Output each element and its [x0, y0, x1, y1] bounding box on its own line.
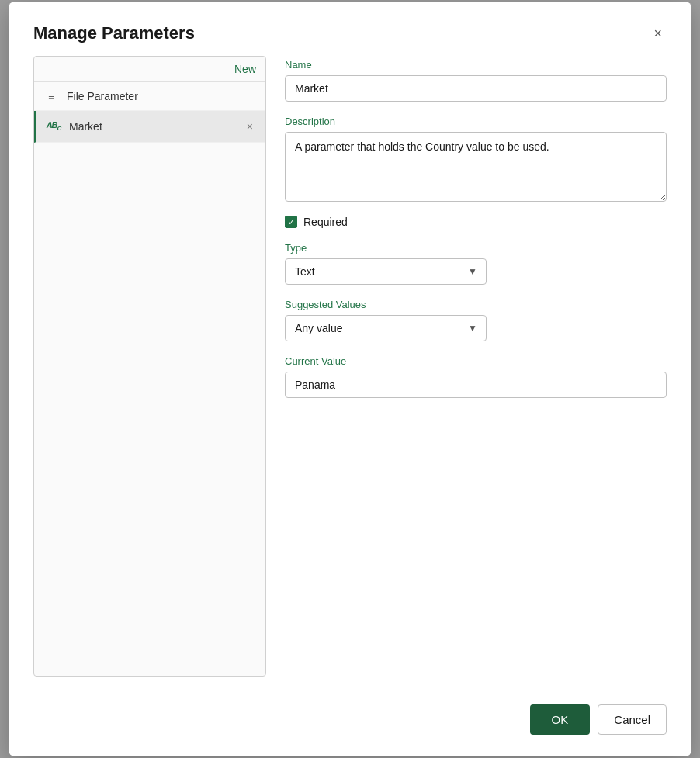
parameter-name: File Parameter — [67, 90, 256, 102]
abc-icon: ABC — [46, 120, 61, 132]
new-parameter-button[interactable]: New — [234, 63, 256, 75]
required-checkbox[interactable]: ✓ — [285, 216, 297, 228]
required-checkbox-group[interactable]: ✓ Required — [285, 216, 667, 228]
type-field-group: Type Text Number Date Boolean ▼ — [285, 242, 667, 285]
description-textarea[interactable] — [285, 132, 667, 202]
name-label: Name — [285, 59, 667, 71]
manage-parameters-dialog: Manage Parameters × New ≡ File Parameter… — [9, 2, 691, 756]
close-button[interactable]: × — [649, 23, 667, 43]
type-select[interactable]: Text Number Date Boolean — [285, 258, 487, 285]
current-value-label: Current Value — [285, 355, 667, 367]
checkmark-icon: ✓ — [288, 218, 295, 227]
dialog-body: New ≡ File Parameter ABC Market × — [9, 56, 691, 692]
remove-parameter-button[interactable]: × — [244, 119, 256, 134]
suggested-values-field-group: Suggested Values Any value List of value… — [285, 299, 667, 341]
file-icon: ≡ — [43, 91, 59, 102]
ok-button[interactable]: OK — [530, 704, 591, 735]
parameter-detail-panel: Name Description ✓ Required Ty — [285, 56, 667, 677]
cancel-button[interactable]: Cancel — [598, 704, 667, 735]
suggested-values-label: Suggested Values — [285, 299, 667, 310]
required-label: Required — [303, 216, 348, 228]
current-value-field-group: Current Value — [285, 355, 667, 398]
dialog-footer: OK Cancel — [9, 692, 691, 756]
description-field-group: Description — [285, 116, 667, 202]
dialog-header: Manage Parameters × — [9, 2, 691, 56]
type-label: Type — [285, 242, 667, 254]
description-label: Description — [285, 116, 667, 127]
parameter-list: ≡ File Parameter ABC Market × — [34, 81, 265, 143]
name-field-group: Name — [285, 59, 667, 102]
parameter-list-panel: New ≡ File Parameter ABC Market × — [33, 56, 266, 677]
dialog-title: Manage Parameters — [33, 23, 195, 43]
parameter-name: Market — [69, 120, 236, 133]
type-select-wrapper: Text Number Date Boolean ▼ — [285, 258, 487, 285]
name-input[interactable] — [285, 75, 667, 102]
left-panel-header: New — [34, 57, 265, 81]
suggested-values-select[interactable]: Any value List of values Query — [285, 315, 487, 341]
current-value-input[interactable] — [285, 372, 667, 398]
list-item[interactable]: ABC Market × — [34, 111, 265, 143]
list-item[interactable]: ≡ File Parameter — [34, 82, 265, 111]
suggested-values-select-wrapper: Any value List of values Query ▼ — [285, 315, 487, 341]
